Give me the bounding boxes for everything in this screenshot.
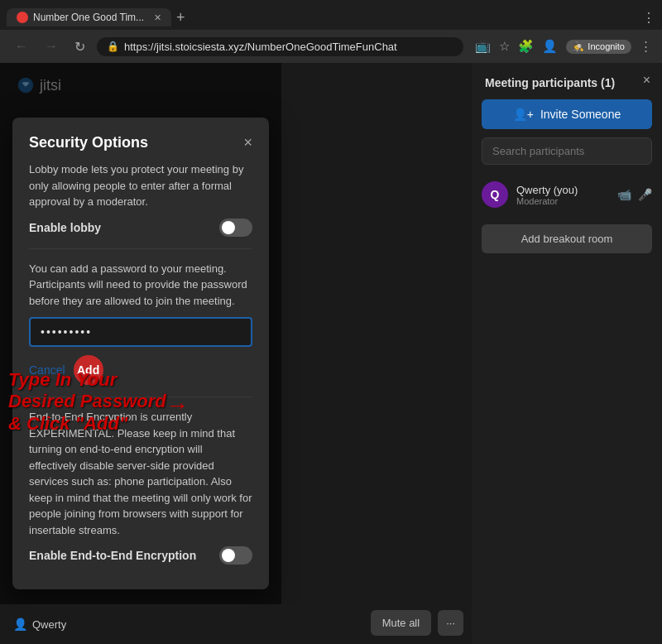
participant-name: Qwerty (you) xyxy=(516,184,609,196)
search-participants-input[interactable] xyxy=(482,137,652,165)
encryption-section: End-to-End Encryption is currently EXPER… xyxy=(29,396,252,576)
tab-favicon xyxy=(17,12,28,23)
participant-info: Qwerty (you) Moderator xyxy=(516,184,609,206)
dialog-body: Lobby mode lets you protect your meeting… xyxy=(12,161,269,589)
bookmark-icon[interactable]: ☆ xyxy=(499,39,510,54)
reload-button[interactable]: ↻ xyxy=(70,37,90,56)
dialog-title: Security Options xyxy=(29,134,148,151)
sidebar-close-button[interactable]: × xyxy=(643,73,650,88)
lobby-toggle[interactable] xyxy=(219,219,252,237)
browser-menu-dots[interactable]: ⋮ xyxy=(642,10,655,26)
password-input[interactable] xyxy=(29,317,252,347)
encryption-toggle-thumb xyxy=(222,549,235,562)
right-sidebar: × Meeting participants (1) 👤+ Invite Som… xyxy=(472,63,662,644)
password-input-row xyxy=(29,317,252,347)
active-tab[interactable]: Number One Good Tim... ✕ xyxy=(7,8,171,26)
encryption-description: End-to-End Encryption is currently EXPER… xyxy=(29,409,252,538)
encryption-toggle[interactable] xyxy=(219,546,252,565)
security-options-dialog: Security Options × Lobby mode lets you p… xyxy=(12,118,269,589)
forward-button[interactable]: → xyxy=(40,37,63,55)
bottom-username: Qwerty xyxy=(32,618,66,631)
bottom-user-info: 👤 Qwerty xyxy=(13,618,66,631)
dialog-header: Security Options × xyxy=(12,118,269,161)
participant-role: Moderator xyxy=(516,196,609,206)
password-section: You can add a password to your meeting. … xyxy=(29,248,252,397)
url-text: https://jitsi.stoicsiesta.xyz/NumberOneG… xyxy=(124,41,397,53)
dialog-close-button[interactable]: × xyxy=(243,134,252,151)
cast-icon[interactable]: 📺 xyxy=(475,39,491,54)
incognito-label: Incognito xyxy=(588,41,625,51)
back-button[interactable]: ← xyxy=(10,37,33,55)
tab-title: Number One Good Tim... xyxy=(33,12,144,23)
extension-icon[interactable]: 🧩 xyxy=(518,39,534,54)
incognito-hat-icon: 🕵 xyxy=(573,41,584,52)
lobby-description: Lobby mode lets you protect your meeting… xyxy=(29,161,252,210)
participant-avatar: Q xyxy=(482,181,508,208)
lobby-section: Lobby mode lets you protect your meeting… xyxy=(29,161,252,248)
bottom-right-controls: Mute all ··· xyxy=(371,610,463,636)
password-actions: Cancel Add xyxy=(29,355,252,385)
browser-chrome: Number One Good Tim... ✕ + ⋮ ← → ↻ 🔒 htt… xyxy=(0,0,662,63)
lobby-toggle-row: Enable lobby xyxy=(29,219,252,237)
tab-bar: Number One Good Tim... ✕ + ⋮ xyxy=(0,0,662,30)
cancel-button[interactable]: Cancel xyxy=(29,363,65,377)
invite-someone-button[interactable]: 👤+ Invite Someone xyxy=(482,99,652,129)
mic-icon[interactable]: 🎤 xyxy=(638,188,652,201)
lobby-label: Enable lobby xyxy=(29,221,101,234)
password-description: You can add a password to your meeting. … xyxy=(29,261,252,310)
invite-label: Invite Someone xyxy=(540,108,621,121)
lock-icon: 🔒 xyxy=(107,41,119,52)
avatar-letter: Q xyxy=(491,188,500,201)
nav-bar: ← → ↻ 🔒 https://jitsi.stoicsiesta.xyz/Nu… xyxy=(0,30,662,63)
mute-all-button[interactable]: Mute all xyxy=(371,610,432,636)
main-content: jitsi Security Options × Lobby mode lets… xyxy=(0,63,472,644)
invite-icon: 👤+ xyxy=(513,108,534,121)
nav-icons: 📺 ☆ 🧩 👤 🕵 Incognito ⋮ xyxy=(475,39,652,54)
encryption-toggle-row: Enable End-to-End Encryption xyxy=(29,546,252,565)
tab-close-btn[interactable]: ✕ xyxy=(154,12,161,23)
participant-controls: 📹 🎤 xyxy=(617,188,652,201)
add-button[interactable]: Add xyxy=(74,355,103,385)
incognito-badge: 🕵 Incognito xyxy=(566,40,631,54)
address-bar[interactable]: 🔒 https://jitsi.stoicsiesta.xyz/NumberOn… xyxy=(97,37,463,56)
new-tab-button[interactable]: + xyxy=(176,9,185,26)
more-options-button[interactable]: ··· xyxy=(438,610,463,636)
modal-overlay: Security Options × Lobby mode lets you p… xyxy=(0,63,281,644)
add-breakout-room-button[interactable]: Add breakout room xyxy=(482,224,652,253)
app-area: jitsi Security Options × Lobby mode lets… xyxy=(0,63,662,644)
encryption-label: Enable End-to-End Encryption xyxy=(29,549,196,562)
lobby-toggle-thumb xyxy=(222,221,235,234)
browser-settings-icon[interactable]: ⋮ xyxy=(640,39,652,54)
user-icon: 👤 xyxy=(13,618,27,631)
sidebar-title: Meeting participants (1) xyxy=(472,63,662,99)
profile-icon[interactable]: 👤 xyxy=(542,39,558,54)
participant-item: Q Qwerty (you) Moderator 📹 🎤 xyxy=(472,175,662,214)
video-icon[interactable]: 📹 xyxy=(617,188,631,201)
